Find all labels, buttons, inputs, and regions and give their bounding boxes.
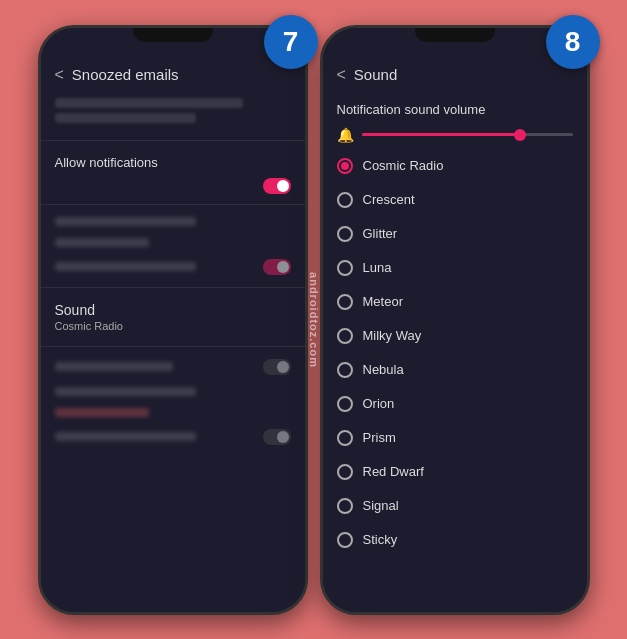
blurred-row-alert	[41, 211, 305, 232]
volume-slider-row: 🔔	[337, 127, 573, 143]
sound-item-cosmic-radio[interactable]: Cosmic Radio	[327, 149, 583, 183]
radio-luna	[337, 260, 353, 276]
blurred-popup-text	[55, 262, 197, 271]
divider-2	[41, 204, 305, 205]
blurred-alert-text	[55, 217, 197, 226]
sound-name-glitter: Glitter	[363, 226, 398, 241]
sound-item-nebula[interactable]: Nebula	[327, 353, 583, 387]
blurred-badges-text	[55, 432, 197, 441]
radio-signal	[337, 498, 353, 514]
slider-thumb[interactable]	[514, 129, 526, 141]
badges-toggle[interactable]	[263, 429, 291, 445]
phone1-screen: < Snoozed emails Allow notifications	[41, 28, 305, 612]
sound-item-milky-way[interactable]: Milky Way	[327, 319, 583, 353]
phone1-wrapper: < Snoozed emails Allow notifications	[38, 25, 308, 615]
step-badge-8: 8	[546, 15, 600, 69]
phone1-notch	[133, 28, 213, 42]
phone2-wrapper: < Sound Notification sound volume 🔔	[320, 25, 590, 615]
blurred-vibrate-text	[55, 362, 173, 371]
bell-icon: 🔔	[337, 127, 354, 143]
divider-4	[41, 346, 305, 347]
sound-name-crescent: Crescent	[363, 192, 415, 207]
radio-prism	[337, 430, 353, 446]
sound-name-luna: Luna	[363, 260, 392, 275]
phone2-notch	[415, 28, 495, 42]
sound-item-luna[interactable]: Luna	[327, 251, 583, 285]
sound-name-milky-way: Milky Way	[363, 328, 422, 343]
phone1-title: Snoozed emails	[72, 66, 179, 83]
blurred-row-lockscreen-val	[41, 402, 305, 423]
sound-list: Cosmic Radio Crescent Glitter Luna	[323, 149, 587, 612]
blurred-row-popup	[41, 253, 305, 281]
blurred-row-lockscreen	[41, 381, 305, 402]
slider-fill	[362, 133, 520, 136]
sound-name-red-dwarf: Red Dwarf	[363, 464, 424, 479]
watermark: androidtoz.com	[308, 272, 320, 368]
radio-red-dwarf	[337, 464, 353, 480]
blurred-silence-text	[55, 238, 149, 247]
sound-item-signal[interactable]: Signal	[327, 489, 583, 523]
radio-cosmic-radio	[337, 158, 353, 174]
blurred-top	[41, 92, 305, 134]
blurred-lockscreen-val	[55, 408, 149, 417]
sound-name-cosmic-radio: Cosmic Radio	[363, 158, 444, 173]
sound-item-orion[interactable]: Orion	[327, 387, 583, 421]
phone2-title: Sound	[354, 66, 397, 83]
notification-toggle-row	[41, 174, 305, 198]
phone1-header: < Snoozed emails	[41, 56, 305, 92]
phone2-screen: < Sound Notification sound volume 🔔	[323, 28, 587, 612]
sound-name-sticky: Sticky	[363, 532, 398, 547]
phone2-header: < Sound	[323, 56, 587, 92]
blurred-row-silence	[41, 232, 305, 253]
sound-section[interactable]: Sound Cosmic Radio	[41, 294, 305, 340]
blurred-row-vibrate	[41, 353, 305, 381]
vibrate-toggle[interactable]	[263, 359, 291, 375]
notification-toggle[interactable]	[263, 178, 291, 194]
volume-section: Notification sound volume 🔔	[323, 92, 587, 149]
radio-nebula	[337, 362, 353, 378]
sound-item-sticky[interactable]: Sticky	[327, 523, 583, 557]
radio-orion	[337, 396, 353, 412]
sound-name-signal: Signal	[363, 498, 399, 513]
main-container: < Snoozed emails Allow notifications	[0, 0, 627, 639]
back-arrow-2-icon[interactable]: <	[337, 66, 346, 84]
step-badge-7: 7	[264, 15, 318, 69]
sound-item-prism[interactable]: Prism	[327, 421, 583, 455]
radio-glitter	[337, 226, 353, 242]
blurred-bar-1	[55, 98, 244, 108]
radio-crescent	[337, 192, 353, 208]
radio-meteor	[337, 294, 353, 310]
sound-sublabel: Cosmic Radio	[55, 320, 291, 332]
blurred-row-badges	[41, 423, 305, 451]
sound-name-nebula: Nebula	[363, 362, 404, 377]
radio-sticky	[337, 532, 353, 548]
divider-1	[41, 140, 305, 141]
sound-name-prism: Prism	[363, 430, 396, 445]
sound-label: Sound	[55, 302, 291, 318]
sound-item-crescent[interactable]: Crescent	[327, 183, 583, 217]
volume-title: Notification sound volume	[337, 102, 573, 117]
sound-name-meteor: Meteor	[363, 294, 403, 309]
volume-slider[interactable]	[362, 133, 573, 136]
sound-item-meteor[interactable]: Meteor	[327, 285, 583, 319]
blurred-lockscreen-text	[55, 387, 197, 396]
phone2: < Sound Notification sound volume 🔔	[320, 25, 590, 615]
notification-label: Allow notifications	[41, 147, 305, 174]
phones-row: < Snoozed emails Allow notifications	[38, 25, 590, 615]
divider-3	[41, 287, 305, 288]
phone1: < Snoozed emails Allow notifications	[38, 25, 308, 615]
back-arrow-icon[interactable]: <	[55, 66, 64, 84]
sound-item-red-dwarf[interactable]: Red Dwarf	[327, 455, 583, 489]
sound-item-glitter[interactable]: Glitter	[327, 217, 583, 251]
radio-milky-way	[337, 328, 353, 344]
blurred-bar-2	[55, 113, 197, 123]
popup-toggle[interactable]	[263, 259, 291, 275]
sound-name-orion: Orion	[363, 396, 395, 411]
